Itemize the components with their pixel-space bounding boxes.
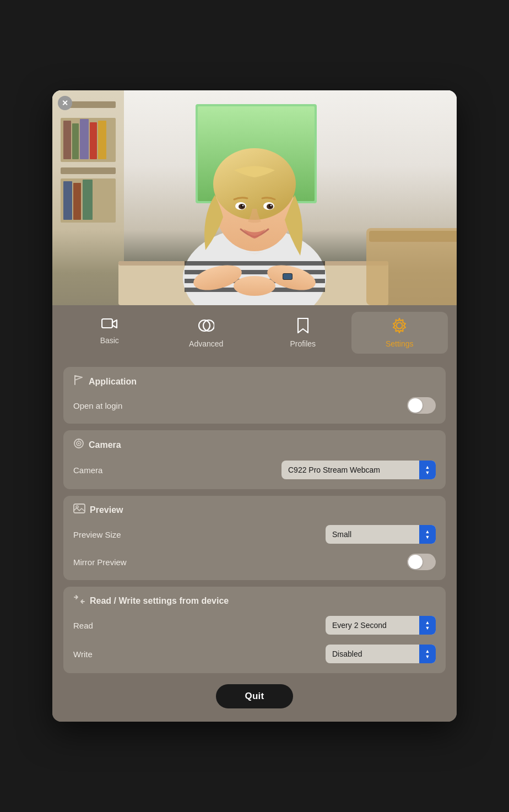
read-select[interactable]: Every 2 Second ▲ ▼ — [326, 616, 436, 635]
camera-icon — [73, 438, 84, 452]
svg-rect-40 — [283, 274, 292, 279]
svg-rect-15 — [83, 180, 93, 220]
arrow-down-icon: ▼ — [425, 470, 430, 475]
preview-size-select[interactable]: Small ▲ ▼ — [326, 525, 436, 544]
open-at-login-label: Open at login — [73, 401, 122, 410]
tab-profiles-label: Profiles — [290, 339, 316, 348]
arrow-up-icon: ▲ — [425, 620, 430, 625]
svg-rect-41 — [102, 319, 112, 328]
svg-rect-14 — [73, 183, 81, 220]
arrow-down-icon: ▼ — [425, 626, 430, 631]
svg-rect-9 — [90, 122, 97, 159]
preview-title: Preview — [90, 505, 123, 515]
camera-select-row: Camera C922 Pro Stream Webcam ▲ ▼ — [73, 458, 436, 481]
gear-icon — [391, 317, 408, 336]
tab-settings[interactable]: Settings — [351, 312, 448, 354]
circles-icon — [198, 317, 214, 336]
svg-rect-10 — [98, 121, 106, 159]
svg-rect-11 — [61, 167, 116, 174]
quit-button-container: Quit — [63, 680, 446, 711]
read-write-section: Read / Write settings from device Read E… — [63, 587, 446, 673]
camera-preview: ✕ — [52, 90, 457, 305]
tab-basic[interactable]: Basic — [61, 312, 158, 354]
read-row: Read Every 2 Second ▲ ▼ — [73, 614, 436, 637]
svg-point-34 — [242, 205, 244, 207]
tab-advanced[interactable]: Advanced — [158, 312, 255, 354]
read-label: Read — [73, 621, 93, 630]
camera-header: Camera — [73, 438, 436, 452]
mirror-preview-label: Mirror Preview — [73, 557, 127, 567]
svg-rect-8 — [80, 119, 89, 159]
preview-size-arrow[interactable]: ▲ ▼ — [419, 525, 436, 544]
preview-size-value: Small — [326, 530, 419, 539]
svg-rect-7 — [72, 123, 79, 159]
application-section: Application Open at login — [63, 367, 446, 424]
preview-section: Preview Preview Size Small ▲ ▼ Mirror Pr… — [63, 496, 446, 580]
quit-button[interactable]: Quit — [216, 684, 293, 708]
sync-icon — [73, 594, 85, 607]
preview-size-label: Preview Size — [73, 530, 121, 539]
camera-scene — [52, 90, 457, 305]
write-select-arrow[interactable]: ▲ ▼ — [419, 645, 436, 663]
mirror-preview-toggle[interactable] — [407, 554, 436, 570]
tab-basic-label: Basic — [100, 336, 119, 345]
svg-point-44 — [397, 323, 403, 329]
camera-section: Camera Camera C922 Pro Stream Webcam ▲ ▼ — [63, 430, 446, 489]
nav-tabs: Basic Advanced Profiles — [52, 305, 457, 360]
tab-settings-label: Settings — [386, 339, 414, 348]
svg-rect-19 — [369, 231, 457, 242]
arrow-up-icon: ▲ — [425, 529, 430, 534]
open-at-login-row: Open at login — [73, 395, 436, 416]
camera-label: Camera — [73, 465, 102, 475]
read-write-header: Read / Write settings from device — [73, 594, 436, 607]
arrow-up-icon: ▲ — [425, 649, 430, 654]
video-icon — [101, 317, 118, 333]
application-title: Application — [89, 377, 137, 387]
svg-point-47 — [78, 443, 80, 445]
mirror-preview-row: Mirror Preview — [73, 551, 436, 572]
read-write-title: Read / Write settings from device — [90, 596, 229, 606]
svg-rect-13 — [63, 181, 72, 220]
close-button[interactable]: ✕ — [58, 96, 72, 110]
open-at-login-toggle[interactable] — [407, 397, 436, 414]
camera-select-control[interactable]: C922 Pro Stream Webcam ▲ ▼ — [281, 461, 436, 479]
app-window: ✕ Basic Advanced — [52, 90, 457, 722]
svg-point-38 — [234, 276, 275, 296]
preview-header: Preview — [73, 504, 436, 516]
tab-advanced-label: Advanced — [189, 339, 223, 348]
close-icon: ✕ — [62, 99, 68, 107]
tab-profiles[interactable]: Profiles — [254, 312, 351, 354]
svg-point-35 — [270, 205, 272, 207]
write-select[interactable]: Disabled ▲ ▼ — [326, 645, 436, 663]
read-select-arrow[interactable]: ▲ ▼ — [419, 616, 436, 635]
camera-title: Camera — [89, 440, 121, 450]
arrow-down-icon: ▼ — [425, 535, 430, 540]
flag-icon — [73, 375, 84, 388]
settings-content: Application Open at login Camera — [52, 360, 457, 722]
bookmark-icon — [297, 317, 309, 336]
write-label: Write — [73, 649, 93, 659]
camera-select-arrow[interactable]: ▲ ▼ — [419, 461, 436, 479]
arrow-up-icon: ▲ — [425, 465, 430, 470]
write-row: Write Disabled ▲ ▼ — [73, 642, 436, 665]
application-header: Application — [73, 375, 436, 388]
preview-size-row: Preview Size Small ▲ ▼ — [73, 523, 436, 546]
person-svg — [52, 90, 457, 305]
svg-rect-6 — [63, 121, 71, 159]
write-select-value: Disabled — [326, 649, 419, 658]
image-icon — [73, 504, 85, 516]
camera-select-value: C922 Pro Stream Webcam — [281, 465, 419, 474]
svg-rect-21 — [185, 261, 325, 266]
arrow-down-icon: ▼ — [425, 654, 430, 659]
read-select-value: Every 2 Second — [326, 621, 419, 630]
